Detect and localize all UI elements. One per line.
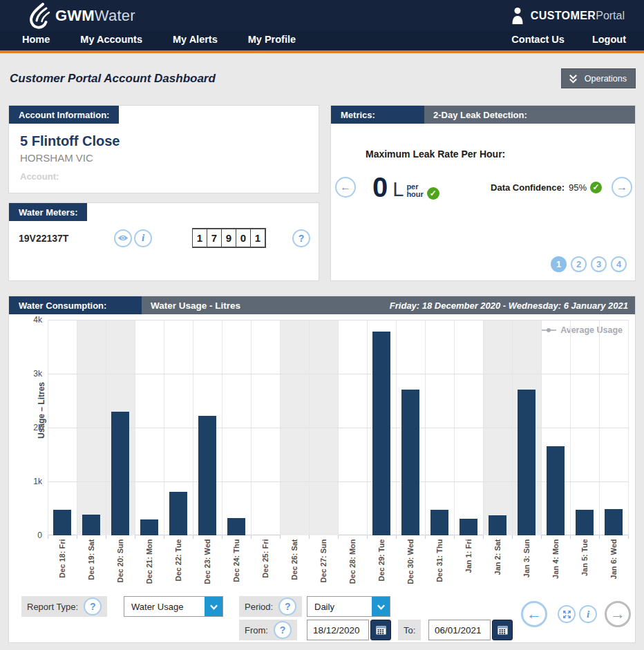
chart-bar[interactable] bbox=[401, 390, 419, 535]
x-axis-label: Dec 30: Wed bbox=[406, 539, 415, 594]
leak-detection-header: 2-Day Leak Detection: bbox=[433, 106, 527, 124]
x-axis-tickmark bbox=[48, 535, 48, 539]
x-axis-label: Dec 29: Tue bbox=[377, 539, 386, 594]
meter-row: 19V22137T i 17901 ? bbox=[19, 228, 310, 248]
meter-digit: 9 bbox=[221, 229, 236, 247]
x-axis-label: Dec 26: Sat bbox=[290, 539, 299, 594]
h-gridline bbox=[48, 481, 628, 482]
chart-info-icon[interactable]: i bbox=[579, 605, 597, 623]
metrics-page-1[interactable]: 1 bbox=[551, 256, 567, 272]
chart-date-range: Friday: 18 December 2020 - Wednesday: 6 … bbox=[390, 296, 628, 314]
period-label: Period: bbox=[245, 602, 273, 612]
nav-item-my-alerts[interactable]: My Alerts bbox=[173, 34, 218, 45]
chart-next-arrow-icon[interactable]: → bbox=[605, 601, 631, 627]
from-help-icon[interactable]: ? bbox=[274, 621, 292, 639]
chart-bar[interactable] bbox=[53, 510, 71, 535]
portal-bold: CUSTOMER bbox=[531, 10, 596, 21]
leak-unit: L bbox=[392, 179, 404, 200]
nav-item-logout[interactable]: Logout bbox=[592, 34, 626, 45]
eye-icon[interactable] bbox=[114, 229, 132, 247]
x-axis-label: Jan 6: Wed bbox=[609, 539, 618, 594]
chart-bar[interactable] bbox=[227, 518, 245, 535]
water-consumption-panel: Water Consumption: Water Usage - Litres … bbox=[8, 296, 636, 643]
info-icon[interactable]: i bbox=[134, 229, 152, 247]
x-axis-tickmark bbox=[396, 535, 397, 539]
x-axis-label: Dec 22: Tue bbox=[174, 539, 183, 594]
customer-portal-dashboard: GWMWater CUSTOMERPortal HomeMy AccountsM… bbox=[0, 0, 644, 650]
chart-bar[interactable] bbox=[140, 519, 158, 535]
operations-button[interactable]: Operations bbox=[561, 68, 636, 88]
chart-bar[interactable] bbox=[489, 515, 506, 535]
x-axis-tickmark bbox=[77, 535, 77, 539]
chart-bar[interactable] bbox=[430, 510, 448, 535]
chevron-down-icon bbox=[204, 597, 222, 616]
chart-bar[interactable] bbox=[372, 332, 390, 535]
chart-bar[interactable] bbox=[518, 390, 536, 535]
period-help-icon[interactable]: ? bbox=[278, 598, 296, 615]
to-calendar-button[interactable] bbox=[492, 620, 513, 640]
portal-light: Portal bbox=[596, 10, 625, 21]
report-type-select[interactable]: Water Usage bbox=[124, 596, 223, 617]
x-axis-label: Dec 21: Mon bbox=[145, 539, 154, 594]
prev-metric-arrow-icon[interactable]: ← bbox=[335, 177, 356, 198]
y-axis-tick-label: 1k bbox=[19, 477, 42, 486]
nav-item-my-accounts[interactable]: My Accounts bbox=[80, 34, 142, 45]
meter-digit: 7 bbox=[207, 229, 222, 247]
x-axis-tickmark bbox=[425, 535, 426, 539]
chart-bar[interactable] bbox=[576, 510, 594, 535]
x-axis-tickmark bbox=[628, 535, 629, 539]
x-axis-tickmark bbox=[193, 535, 193, 539]
leak-metric-row: ← 0 L per hour ✓ Data Confidence: 95% ✓ … bbox=[335, 175, 632, 200]
x-axis-tickmark bbox=[483, 535, 484, 539]
chart-bar[interactable] bbox=[198, 416, 216, 535]
x-axis-tickmark bbox=[280, 535, 281, 539]
x-axis-label: Jan 3: Sun bbox=[522, 539, 531, 594]
metrics-panel: Metrics: 2-Day Leak Detection: Maximum L… bbox=[330, 105, 636, 281]
chart-bar[interactable] bbox=[169, 492, 187, 535]
meter-reading-display: 17901 bbox=[192, 228, 266, 248]
x-axis-tickmark bbox=[541, 535, 542, 539]
chart-bar[interactable] bbox=[605, 509, 623, 535]
from-calendar-button[interactable] bbox=[370, 620, 391, 640]
x-axis-label: Dec 25: Fri bbox=[261, 539, 270, 594]
confidence-value: 95% bbox=[569, 182, 587, 193]
chart-bar[interactable] bbox=[460, 519, 477, 535]
calendar-icon bbox=[375, 624, 387, 635]
brand-light: Water bbox=[95, 7, 135, 24]
leak-value: 0 bbox=[372, 175, 388, 200]
water-meters-panel: Water Meters: 19V22137T i 17901 ? bbox=[8, 202, 319, 281]
x-axis-tickmark bbox=[164, 535, 164, 539]
x-axis-label: Jan 4: Mon bbox=[551, 539, 560, 594]
metrics-page-2[interactable]: 2 bbox=[571, 256, 587, 272]
y-axis-tick-label: 3k bbox=[19, 369, 42, 379]
metrics-page-3[interactable]: 3 bbox=[591, 256, 607, 272]
report-type-label: Report Type: bbox=[27, 602, 78, 612]
nav-item-contact-us[interactable]: Contact Us bbox=[511, 34, 565, 45]
metrics-page-4[interactable]: 4 bbox=[611, 256, 627, 272]
from-date-input[interactable]: 18/12/2020 bbox=[307, 620, 369, 640]
period-select[interactable]: Daily bbox=[307, 596, 390, 617]
nav-item-my-profile[interactable]: My Profile bbox=[248, 34, 296, 45]
help-icon[interactable]: ? bbox=[292, 229, 310, 247]
expand-icon[interactable] bbox=[558, 605, 576, 623]
chart-bar[interactable] bbox=[82, 515, 100, 535]
to-date-input[interactable]: 06/01/2021 bbox=[428, 620, 491, 640]
x-axis-label: Dec 20: Sun bbox=[116, 539, 125, 594]
y-axis-tick-label: 4k bbox=[19, 315, 42, 325]
x-axis-tickmark bbox=[512, 535, 513, 539]
meter-digit: 1 bbox=[250, 229, 265, 247]
nav-item-home[interactable]: Home bbox=[22, 34, 50, 45]
next-metric-arrow-icon[interactable]: → bbox=[612, 177, 632, 198]
chart-prev-arrow-icon[interactable]: ← bbox=[521, 601, 547, 627]
app-header: GWMWater CUSTOMERPortal bbox=[0, 0, 644, 31]
x-axis-tickmark bbox=[367, 535, 368, 539]
brand-bold: GWM bbox=[55, 7, 95, 24]
report-type-help-icon[interactable]: ? bbox=[84, 598, 102, 615]
x-axis-tickmark bbox=[570, 535, 571, 539]
column-gridline bbox=[628, 320, 629, 535]
usage-bar-chart: Average Usage 01k2k3k4kDec 18: FriDec 19… bbox=[48, 320, 628, 535]
chart-bar[interactable] bbox=[547, 446, 565, 535]
from-label: From: bbox=[245, 625, 268, 635]
x-axis-tickmark bbox=[454, 535, 455, 539]
chart-bar[interactable] bbox=[111, 412, 129, 535]
